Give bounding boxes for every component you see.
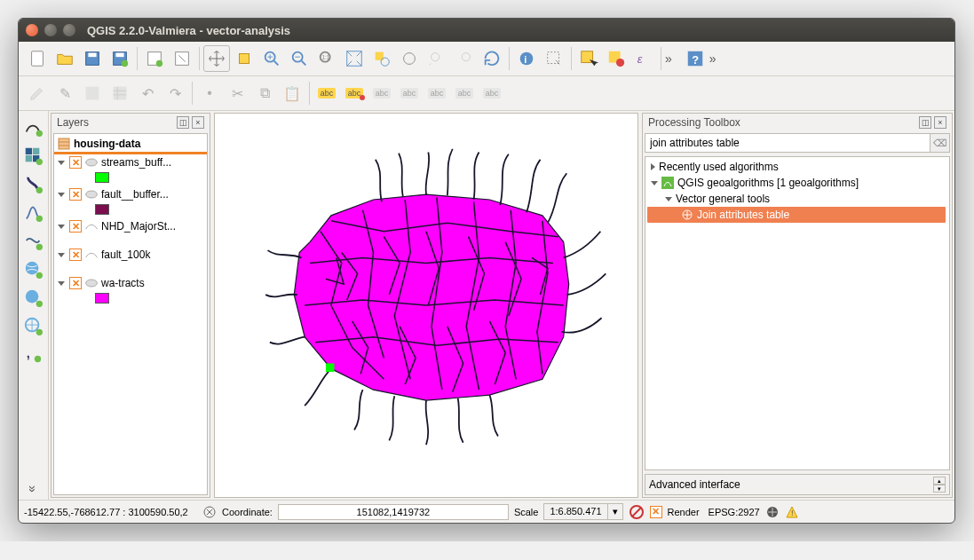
add-feature-icon[interactable]: • — [196, 80, 223, 106]
close-window-button[interactable] — [26, 24, 38, 36]
label-abc2-icon[interactable]: abc — [341, 80, 368, 106]
clear-search-button[interactable]: ⌫ — [930, 133, 950, 153]
map-canvas[interactable] — [214, 113, 638, 498]
identify-icon[interactable]: i — [513, 45, 540, 72]
zoom-full-icon[interactable] — [341, 45, 368, 72]
undo-icon[interactable]: ↶ — [134, 80, 161, 106]
layer-streams-buff[interactable]: streams_buff... — [54, 154, 207, 170]
interface-mode-spinner[interactable]: ▴▾ — [933, 477, 946, 493]
add-wcs-icon[interactable] — [20, 285, 45, 310]
interface-mode[interactable]: Advanced interface ▴▾ — [645, 474, 950, 495]
titlebar[interactable]: QGIS 2.2.0-Valmiera - vector-analysis — [19, 19, 954, 42]
layer-checkbox[interactable] — [69, 188, 82, 201]
tree-join-attributes[interactable]: Join attributes table — [647, 207, 946, 223]
label-abc5-icon[interactable]: abc — [424, 80, 450, 106]
save-as-icon[interactable] — [107, 45, 133, 72]
pan-icon[interactable] — [203, 45, 230, 72]
expression-icon[interactable]: ε — [630, 45, 657, 72]
copy-icon[interactable]: ⧉ — [251, 80, 278, 106]
toolbar-overflow-icon[interactable]: » — [665, 51, 672, 66]
crs-icon[interactable] — [765, 505, 780, 519]
svg-point-45 — [36, 329, 43, 335]
composer-icon[interactable] — [169, 45, 195, 72]
zoom-out-icon[interactable] — [286, 45, 313, 72]
zoom-in-icon[interactable] — [258, 45, 285, 72]
add-wfs-icon[interactable] — [20, 313, 45, 338]
layer-wa-tracts[interactable]: wa-tracts — [54, 275, 207, 291]
epsg-label[interactable]: EPSG:2927 — [709, 507, 760, 517]
zoom-next-icon[interactable] — [451, 45, 478, 72]
coordinate-input[interactable] — [278, 504, 509, 520]
select-box-icon[interactable] — [575, 45, 602, 72]
toggle-extents-icon[interactable] — [202, 505, 217, 519]
svg-point-18 — [432, 53, 439, 61]
maximize-window-button[interactable] — [63, 24, 75, 36]
label-abc6-icon[interactable]: abc — [451, 80, 478, 106]
save-icon[interactable] — [79, 45, 106, 72]
refresh-icon[interactable] — [479, 45, 505, 72]
layers-panel-undock-button[interactable]: ◫ — [177, 116, 189, 129]
pan-selection-icon[interactable] — [231, 45, 257, 72]
layers-panel-close-button[interactable]: × — [192, 116, 204, 129]
add-delimited-icon[interactable]: , — [20, 342, 45, 367]
label-abc1-icon[interactable]: abc — [313, 80, 340, 106]
layer-label: wa-tracts — [101, 277, 145, 289]
toolbox-undock-button[interactable]: ◫ — [919, 116, 931, 129]
add-vector-icon[interactable] — [20, 114, 45, 139]
search-input[interactable] — [645, 133, 930, 153]
svg-text:i: i — [524, 54, 527, 65]
algorithm-tree[interactable]: Recently used algorithms QGIS geoalgorit… — [645, 156, 950, 470]
side-toolbar-overflow-icon[interactable]: » — [26, 477, 40, 501]
zoom-native-icon[interactable]: 1:1 — [313, 45, 340, 72]
layer-swatch — [95, 172, 109, 183]
layer-checkbox[interactable] — [69, 220, 82, 233]
new-project-icon[interactable] — [24, 45, 51, 72]
layers-list[interactable]: housing-data streams_buff... fault__buff… — [53, 133, 208, 495]
add-wms-icon[interactable] — [20, 256, 45, 281]
add-spatialite-icon[interactable] — [20, 200, 45, 225]
tree-qgis[interactable]: QGIS geoalgorithms [1 geoalgorithms] — [647, 175, 947, 191]
layer-checkbox[interactable] — [69, 248, 82, 261]
cut-icon[interactable]: ✂ — [224, 80, 250, 106]
attributes-icon[interactable] — [107, 80, 133, 106]
layer-checkbox[interactable] — [69, 156, 82, 169]
svg-rect-33 — [33, 148, 39, 154]
render-checkbox[interactable] — [650, 506, 662, 518]
layout-icon[interactable] — [141, 45, 168, 72]
svg-text:?: ? — [692, 53, 699, 67]
toolbar-overflow-2-icon[interactable]: » — [709, 51, 717, 66]
zoom-selection-icon[interactable] — [368, 45, 395, 72]
paste-icon[interactable]: 📋 — [279, 80, 305, 106]
tree-vector[interactable]: Vector general tools — [647, 191, 947, 207]
label-abc4-icon[interactable]: abc — [396, 80, 423, 106]
layer-fault-100k[interactable]: fault_100k — [54, 247, 207, 263]
save-edits-icon[interactable] — [79, 80, 106, 106]
messages-icon[interactable]: ! — [785, 505, 799, 519]
add-postgis-icon[interactable] — [20, 171, 45, 196]
select-icon[interactable] — [541, 45, 567, 72]
tree-recent[interactable]: Recently used algorithms — [647, 159, 947, 175]
edit-toggle-icon[interactable] — [24, 80, 51, 106]
render-label: Render — [668, 507, 700, 517]
layer-label: streams_buff... — [101, 156, 171, 169]
layer-checkbox[interactable] — [69, 277, 82, 289]
help-icon[interactable]: ? — [682, 45, 709, 72]
deselect-icon[interactable] — [603, 45, 630, 72]
stop-render-icon[interactable] — [629, 504, 645, 520]
layer-fault-buffer[interactable]: fault__buffer... — [54, 186, 207, 202]
layer-housing-data[interactable]: housing-data — [54, 136, 207, 154]
layer-nhd-major[interactable]: NHD_MajorSt... — [54, 218, 207, 234]
add-mssql-icon[interactable] — [20, 228, 45, 253]
label-abc7-icon[interactable]: abc — [479, 80, 505, 106]
minimize-window-button[interactable] — [44, 24, 57, 36]
toolbox-close-button[interactable]: × — [934, 116, 946, 129]
open-project-icon[interactable] — [51, 45, 78, 72]
coordinate-label: Coordinate: — [222, 507, 273, 517]
zoom-last-icon[interactable] — [424, 45, 450, 72]
zoom-layer-icon[interactable] — [396, 45, 423, 72]
add-raster-icon[interactable] — [20, 143, 45, 168]
redo-icon[interactable]: ↷ — [162, 80, 188, 106]
scale-dropdown[interactable]: 1:6.850.471▾ — [543, 503, 622, 520]
edit-pencil-icon[interactable]: ✎ — [51, 80, 78, 106]
label-abc3-icon[interactable]: abc — [368, 80, 395, 106]
